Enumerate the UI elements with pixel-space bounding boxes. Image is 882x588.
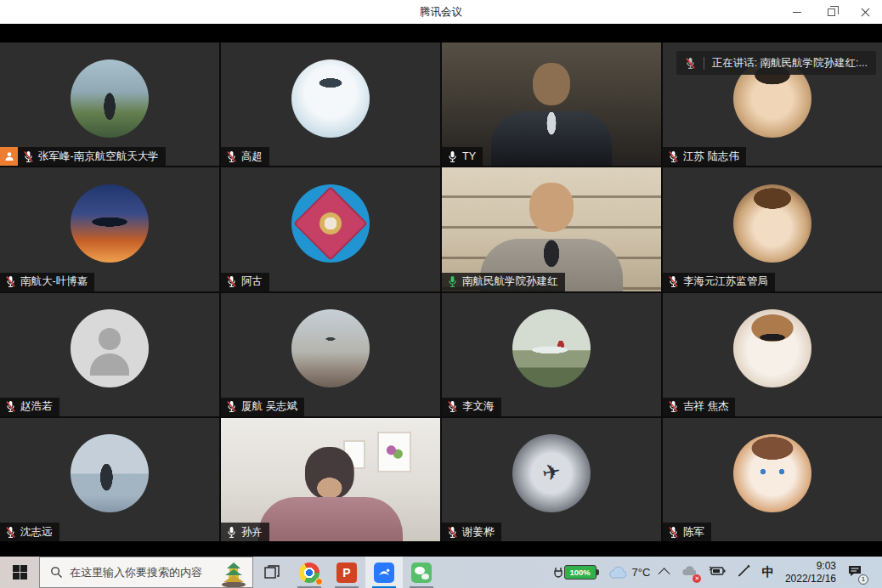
name-row: 孙卉 — [221, 523, 269, 541]
participant-name: 吉祥 焦杰 — [683, 399, 728, 414]
battery-percent-label: 100% — [569, 568, 590, 577]
chrome-button[interactable] — [291, 557, 328, 588]
weather-widget[interactable]: 7°C — [608, 566, 651, 580]
name-label: 南航民航学院孙建红 — [442, 273, 565, 291]
participant-tile-gaochao[interactable]: 高超 — [221, 42, 440, 166]
speaking-banner-text: 正在讲话: 南航民航学院孙建红:... — [712, 56, 868, 71]
participant-name: 李文海 — [462, 399, 495, 414]
mic-muted-icon — [23, 150, 34, 163]
name-row: TY — [442, 147, 483, 166]
name-label: 谢姜桦 — [442, 523, 501, 541]
participant-tile-yebojia[interactable]: 南航大-叶博嘉 — [0, 167, 219, 291]
meeting-bottom-strip — [0, 541, 882, 557]
participant-tile-xiejianghua[interactable]: 谢姜桦 — [442, 418, 661, 541]
close-button[interactable] — [848, 0, 882, 24]
participant-tile-ty[interactable]: TY — [442, 42, 661, 166]
mic-muted-icon — [685, 57, 696, 70]
name-row: 南航大-叶博嘉 — [0, 273, 94, 291]
task-view-icon — [263, 564, 280, 581]
system-tray: 100% 7°C ✕ — [554, 557, 882, 588]
participant-grid: 张军峰-南京航空航天大学 高超 TY — [0, 42, 882, 541]
powerpoint-icon: P — [336, 563, 357, 583]
avatar-nuaa-airplane — [71, 184, 149, 263]
error-badge-icon: ✕ — [693, 574, 701, 583]
search-box[interactable] — [39, 557, 253, 588]
title-bar: 腾讯会议 — [0, 0, 882, 24]
wechat-icon — [411, 563, 432, 583]
participant-tile-zhaohaoruo[interactable]: 赵浩若 — [0, 293, 219, 416]
window-title: 腾讯会议 — [0, 5, 882, 20]
participant-tile-lihaiyuan[interactable]: 李海元江苏监管局 — [663, 167, 882, 291]
participant-tile-shenzhiyuan[interactable]: 沈志远 — [0, 418, 219, 541]
avatar-dusk-sky-airplane — [291, 309, 370, 387]
video-silhouette-head — [305, 447, 354, 500]
video-silhouette-head — [533, 63, 570, 105]
cloud-icon — [608, 566, 628, 580]
mic-muted-icon — [226, 400, 237, 413]
minimize-button[interactable] — [780, 0, 814, 24]
avatar-cartoon-girl — [733, 184, 811, 263]
participant-tile-liwenhai[interactable]: 李文海 — [442, 293, 661, 416]
battery-icon: 100% — [564, 565, 596, 580]
participant-name: 沈志远 — [20, 525, 53, 540]
participant-name: 谢姜桦 — [462, 525, 495, 540]
clock-widget[interactable]: 9:03 2022/12/16 — [785, 560, 836, 585]
pagoda-illustration-icon[interactable] — [215, 557, 252, 587]
mic-muted-icon — [447, 400, 458, 413]
mic-muted-icon — [226, 150, 237, 163]
wechat-button[interactable] — [403, 557, 440, 588]
speaking-banner: 正在讲话: 南航民航学院孙建红:... — [676, 51, 876, 75]
battery-status[interactable]: 100% — [554, 565, 596, 580]
name-label: 孙卉 — [221, 523, 269, 541]
name-label: 赵浩若 — [0, 398, 59, 416]
restore-button[interactable] — [814, 0, 848, 24]
video-silhouette-torso — [491, 111, 612, 166]
avatar-cartoon-dog — [291, 59, 370, 138]
participant-name: 赵浩若 — [20, 399, 53, 414]
avatar-couple-by-lake — [71, 59, 149, 138]
participant-tile-zhangjunfeng[interactable]: 张军峰-南京航空航天大学 — [0, 42, 219, 166]
mic-muted-icon — [5, 400, 16, 413]
participant-tile-agu[interactable]: 阿古 — [221, 167, 440, 291]
avatar-doll-sunglasses — [733, 309, 811, 387]
window-controls — [780, 0, 882, 24]
participant-name: 孙卉 — [241, 525, 263, 540]
name-row: 李文海 — [442, 398, 501, 416]
participant-tile-sunjianhong-speaking[interactable]: 南航民航学院孙建红 — [442, 167, 661, 291]
name-row: 赵浩若 — [0, 398, 59, 416]
ime-indicator[interactable]: 中 — [761, 564, 774, 580]
battery-tray-icon[interactable] — [709, 565, 726, 580]
pagoda-icon — [219, 562, 248, 587]
avatar-fu-papercut — [291, 184, 370, 263]
search-input[interactable] — [70, 566, 206, 579]
participant-tile-wuzhibin[interactable]: 厦航 吴志斌 — [221, 293, 440, 416]
restore-icon — [828, 8, 835, 16]
tencent-meeting-button[interactable] — [365, 557, 403, 588]
windows-ink-pen-icon[interactable] — [737, 564, 750, 581]
time-label: 9:03 — [785, 560, 836, 573]
name-label: TY — [442, 147, 483, 166]
name-row: 吉祥 焦杰 — [663, 398, 735, 416]
task-view-button[interactable] — [253, 557, 291, 588]
cloud-sync-error-icon[interactable]: ✕ — [681, 565, 698, 580]
participant-tile-chenjun[interactable]: 陈军 — [663, 418, 882, 541]
participant-name: 李海元江苏监管局 — [683, 274, 768, 289]
tencent-meeting-icon — [374, 563, 394, 583]
minimize-icon — [793, 12, 801, 13]
name-label: 陈军 — [663, 523, 711, 541]
mic-muted-icon — [668, 526, 679, 539]
tray-expand-chevron-icon[interactable] — [659, 568, 670, 580]
start-button[interactable] — [0, 557, 39, 588]
participant-tile-jiaojie[interactable]: 吉祥 焦杰 — [663, 293, 882, 416]
participant-name: 张军峰-南京航空航天大学 — [38, 150, 159, 164]
name-label: 江苏 陆志伟 — [663, 147, 746, 166]
name-row: 张军峰-南京航空航天大学 — [0, 147, 166, 166]
action-center-button[interactable]: 1 — [847, 564, 862, 581]
powerpoint-button[interactable]: P — [328, 557, 365, 588]
name-label: 沈志远 — [0, 523, 59, 541]
host-badge — [0, 147, 18, 166]
wall-picture-frame — [377, 432, 411, 472]
taskbar: P 100% 7°C — [0, 557, 882, 588]
name-label: 吉祥 焦杰 — [663, 398, 735, 416]
participant-tile-sunhui[interactable]: 孙卉 — [221, 418, 440, 541]
